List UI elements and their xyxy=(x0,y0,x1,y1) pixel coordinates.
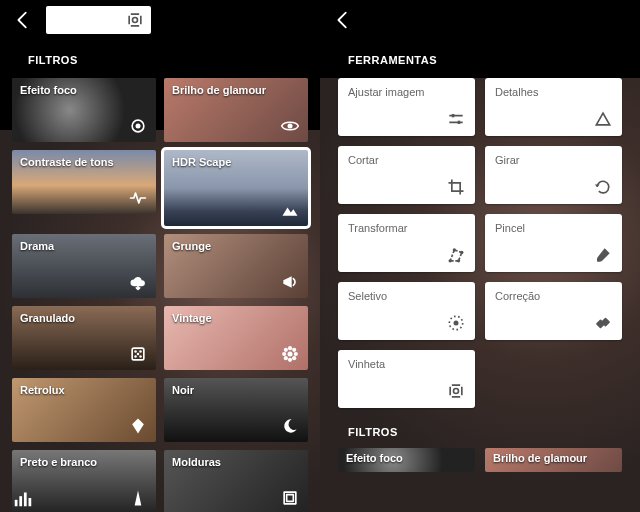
filter-card[interactable]: HDR Scape xyxy=(164,150,308,226)
tool-card[interactable]: Girar xyxy=(485,146,622,204)
section-title-filtros: FILTROS xyxy=(0,40,320,78)
filter-card[interactable]: Contraste de tons xyxy=(12,150,156,214)
filters-preview-grid: Efeito focoBrilho de glamour xyxy=(320,448,640,472)
topbar xyxy=(0,0,320,40)
filter-card[interactable]: Brilho de glamour xyxy=(164,78,308,142)
filters-grid: Efeito focoBrilho de glamourContraste de… xyxy=(0,78,320,512)
filter-card[interactable]: Retrolux xyxy=(12,378,156,442)
filter-card[interactable]: Vintage xyxy=(164,306,308,370)
tool-card[interactable]: Ajustar imagem xyxy=(338,78,475,136)
tool-label: Girar xyxy=(495,154,519,166)
pulse-icon xyxy=(128,188,148,208)
transform-icon xyxy=(445,244,467,266)
filter-card[interactable]: Noir xyxy=(164,378,308,442)
filter-label: Efeito foco xyxy=(20,84,77,96)
vignette-icon xyxy=(125,10,145,30)
filter-card[interactable]: Efeito foco xyxy=(338,448,475,472)
histogram-icon[interactable] xyxy=(12,487,34,509)
tool-card[interactable]: Seletivo xyxy=(338,282,475,340)
crop-icon xyxy=(445,176,467,198)
filter-label: Vintage xyxy=(172,312,212,324)
vignette-icon xyxy=(445,380,467,402)
moon-icon xyxy=(280,416,300,436)
tool-card[interactable]: Detalhes xyxy=(485,78,622,136)
tool-card[interactable]: Vinheta xyxy=(338,350,475,408)
filter-label: Grunge xyxy=(172,240,211,252)
filter-card[interactable]: Grunge xyxy=(164,234,308,298)
filter-label: Brilho de glamour xyxy=(493,452,587,464)
filter-card[interactable]: Efeito foco xyxy=(12,78,156,142)
sliders-icon xyxy=(445,108,467,130)
tool-label: Correção xyxy=(495,290,540,302)
tool-label: Transformar xyxy=(348,222,408,234)
dice-icon xyxy=(128,344,148,364)
selective-icon xyxy=(445,312,467,334)
filter-label: Drama xyxy=(20,240,54,252)
back-button[interactable] xyxy=(330,7,356,33)
healing-icon xyxy=(592,312,614,334)
back-button[interactable] xyxy=(10,7,36,33)
section-title-filtros: FILTROS xyxy=(320,408,640,448)
tools-grid: Ajustar imagemDetalhesCortarGirarTransfo… xyxy=(320,78,640,408)
filter-label: Noir xyxy=(172,384,194,396)
filter-label: Preto e branco xyxy=(20,456,97,468)
rotate-icon xyxy=(592,176,614,198)
brush-icon xyxy=(592,244,614,266)
tool-label: Detalhes xyxy=(495,86,538,98)
context-chip[interactable] xyxy=(46,6,151,34)
target-icon xyxy=(128,116,148,136)
flower-icon xyxy=(280,344,300,364)
tool-card[interactable]: Correção xyxy=(485,282,622,340)
filter-label: Efeito foco xyxy=(346,452,403,464)
mountain-icon xyxy=(280,200,300,220)
tool-card[interactable]: Cortar xyxy=(338,146,475,204)
filters-panel: FILTROS Efeito focoBrilho de glamourCont… xyxy=(0,0,320,512)
filter-label: Retrolux xyxy=(20,384,65,396)
tool-card[interactable]: Transformar xyxy=(338,214,475,272)
tool-card[interactable]: Pincel xyxy=(485,214,622,272)
triangle-icon xyxy=(592,108,614,130)
filter-label: HDR Scape xyxy=(172,156,231,168)
filter-label: Granulado xyxy=(20,312,75,324)
kite-icon xyxy=(128,416,148,436)
tools-panel: FERRAMENTAS Ajustar imagemDetalhesCortar… xyxy=(320,0,640,512)
filter-card[interactable]: Granulado xyxy=(12,306,156,370)
tool-label: Vinheta xyxy=(348,358,385,370)
filter-label: Contraste de tons xyxy=(20,156,114,168)
tool-label: Seletivo xyxy=(348,290,387,302)
filter-card[interactable]: Drama xyxy=(12,234,156,298)
topbar xyxy=(320,0,640,40)
megaphone-icon xyxy=(280,272,300,292)
tool-label: Pincel xyxy=(495,222,525,234)
filter-label: Molduras xyxy=(172,456,221,468)
section-title-ferramentas: FERRAMENTAS xyxy=(320,40,640,78)
bottom-bar xyxy=(0,484,320,512)
cloud-icon xyxy=(128,272,148,292)
eye-icon xyxy=(280,116,300,136)
filter-card[interactable]: Brilho de glamour xyxy=(485,448,622,472)
tool-label: Ajustar imagem xyxy=(348,86,424,98)
tool-label: Cortar xyxy=(348,154,379,166)
filter-label: Brilho de glamour xyxy=(172,84,266,96)
